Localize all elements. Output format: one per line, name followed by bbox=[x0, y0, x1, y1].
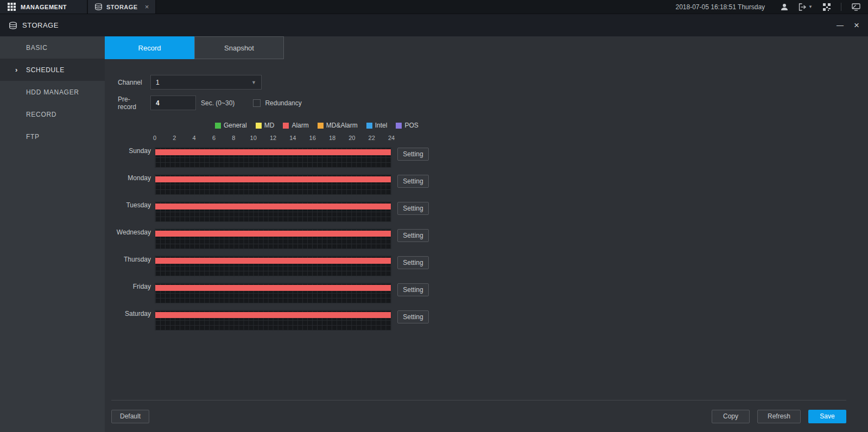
channel-select[interactable]: 1 ▼ bbox=[150, 75, 262, 90]
schedule-bar-alarm[interactable] bbox=[155, 176, 391, 182]
schedule-bar-alarm[interactable] bbox=[155, 312, 391, 318]
sidebar-item-label: HDD MANAGER bbox=[26, 88, 79, 96]
schedule-grid[interactable] bbox=[155, 201, 391, 222]
page-title: STORAGE bbox=[22, 21, 59, 29]
day-label: Saturday bbox=[105, 310, 151, 317]
setting-button[interactable]: Setting bbox=[397, 148, 429, 161]
prerecord-input[interactable] bbox=[150, 96, 196, 110]
refresh-button[interactable]: Refresh bbox=[757, 410, 801, 423]
setting-button[interactable]: Setting bbox=[397, 202, 429, 215]
schedule-bar-alarm[interactable] bbox=[155, 204, 391, 209]
logout-icon[interactable]: ▼ bbox=[799, 3, 813, 11]
alarm-swatch bbox=[283, 123, 289, 129]
schedule-row-friday: Friday Setting bbox=[105, 283, 868, 303]
general-swatch bbox=[215, 123, 221, 129]
close-icon[interactable]: × bbox=[854, 21, 859, 30]
day-label: Thursday bbox=[105, 256, 151, 263]
sidebar-item-basic[interactable]: BASIC bbox=[0, 36, 105, 59]
window-titlebar: STORAGE — × bbox=[0, 14, 868, 36]
sidebar-item-label: BASIC bbox=[26, 44, 48, 52]
setting-button[interactable]: Setting bbox=[397, 283, 429, 296]
legend-item-intel: Intel bbox=[366, 122, 388, 129]
tab-close-icon[interactable]: × bbox=[145, 3, 149, 10]
prerecord-row: Pre-record Sec. (0~30) Redundancy bbox=[118, 96, 868, 110]
topbar-left: MANAGEMENT STORAGE × bbox=[0, 0, 156, 14]
user-icon[interactable] bbox=[781, 3, 788, 11]
footer-bar: Default Copy Refresh Save bbox=[111, 400, 846, 432]
sidebar-item-label: FTP bbox=[26, 133, 40, 141]
apps-grid-icon bbox=[8, 3, 16, 11]
sidebar-item-label: RECORD bbox=[26, 111, 56, 118]
qr-code-icon[interactable] bbox=[823, 3, 831, 11]
main-content: Record Snapshot Channel 1 ▼ Pre-record S… bbox=[105, 36, 868, 432]
topbar-right: 2018-07-05 16:18:51 Thursday ▼ bbox=[676, 0, 868, 14]
tab-bar: Record Snapshot bbox=[105, 36, 868, 59]
setting-button[interactable]: Setting bbox=[397, 256, 429, 269]
pos-swatch bbox=[396, 123, 402, 129]
redundancy-label: Redundancy bbox=[265, 99, 301, 107]
setting-button[interactable]: Setting bbox=[397, 175, 429, 188]
intel-swatch bbox=[366, 123, 372, 129]
schedule-row-sunday: Sunday Setting bbox=[105, 147, 868, 168]
setting-button[interactable]: Setting bbox=[397, 310, 429, 323]
seconds-range-label: Sec. (0~30) bbox=[201, 99, 235, 107]
copy-button[interactable]: Copy bbox=[712, 410, 750, 423]
schedule-row-monday: Monday Setting bbox=[105, 174, 868, 195]
sidebar-item-record[interactable]: RECORD bbox=[0, 103, 105, 125]
chevron-down-icon: ▼ bbox=[251, 80, 256, 85]
sidebar-item-schedule[interactable]: › SCHEDULE bbox=[0, 59, 105, 81]
app-body: BASIC › SCHEDULE HDD MANAGER RECORD FTP … bbox=[0, 36, 868, 432]
channel-row: Channel 1 ▼ bbox=[118, 75, 868, 90]
management-menu-button[interactable]: MANAGEMENT bbox=[0, 0, 87, 14]
schedule-grid[interactable] bbox=[155, 256, 391, 276]
md-swatch bbox=[256, 123, 262, 129]
save-button[interactable]: Save bbox=[808, 410, 846, 423]
schedule-bar-alarm[interactable] bbox=[155, 149, 391, 155]
redundancy-checkbox[interactable] bbox=[253, 99, 261, 107]
schedule-row-thursday: Thursday Setting bbox=[105, 256, 868, 276]
schedule-grid[interactable] bbox=[155, 228, 391, 249]
record-type-legend: General MD Alarm MD&Alarm Intel bbox=[215, 122, 868, 129]
storage-tab-label: STORAGE bbox=[106, 4, 138, 10]
schedule-grid[interactable] bbox=[155, 174, 391, 195]
day-label: Monday bbox=[105, 174, 151, 182]
schedule-grid[interactable] bbox=[155, 310, 391, 331]
chevron-right-icon: › bbox=[15, 66, 18, 74]
storage-disk-icon bbox=[94, 3, 103, 10]
schedule-bar-alarm[interactable] bbox=[155, 285, 391, 291]
screen: MANAGEMENT STORAGE × 2018-07-05 16:18:51… bbox=[0, 0, 868, 432]
sidebar: BASIC › SCHEDULE HDD MANAGER RECORD FTP bbox=[0, 36, 105, 432]
schedule-grid[interactable] bbox=[155, 147, 391, 168]
schedule-bar-alarm[interactable] bbox=[155, 258, 391, 264]
minimize-icon[interactable]: — bbox=[837, 22, 844, 29]
schedule-grid[interactable] bbox=[155, 283, 391, 303]
prerecord-label: Pre-record bbox=[118, 96, 148, 111]
schedule-bar-alarm[interactable] bbox=[155, 231, 391, 237]
tab-record[interactable]: Record bbox=[105, 36, 194, 59]
sidebar-item-label: SCHEDULE bbox=[26, 66, 65, 74]
day-label: Tuesday bbox=[105, 201, 151, 209]
legend-item-general: General bbox=[215, 122, 247, 129]
monitor-icon[interactable] bbox=[852, 3, 860, 11]
sidebar-item-ftp[interactable]: FTP bbox=[0, 125, 105, 148]
tab-snapshot[interactable]: Snapshot bbox=[194, 36, 284, 59]
setting-button[interactable]: Setting bbox=[397, 229, 429, 242]
schedule-row-tuesday: Tuesday Setting bbox=[105, 201, 868, 222]
day-label: Wednesday bbox=[105, 228, 151, 236]
legend-item-alarm: Alarm bbox=[283, 122, 308, 129]
channel-select-value: 1 bbox=[156, 79, 160, 86]
schedule-row-wednesday: Wednesday Setting bbox=[105, 228, 868, 249]
day-label: Sunday bbox=[105, 147, 151, 155]
channel-label: Channel bbox=[118, 79, 148, 86]
day-label: Friday bbox=[105, 283, 151, 290]
schedule-rows: Sunday Setting Monday Setting Tuesday bbox=[105, 147, 868, 331]
storage-module-tab[interactable]: STORAGE × bbox=[87, 0, 156, 14]
sidebar-item-hdd-manager[interactable]: HDD MANAGER bbox=[0, 81, 105, 103]
management-label: MANAGEMENT bbox=[21, 4, 67, 10]
schedule-form: Channel 1 ▼ Pre-record Sec. (0~30) Redun… bbox=[105, 59, 868, 110]
chevron-down-icon: ▼ bbox=[808, 4, 813, 9]
legend-item-md-alarm: MD&Alarm bbox=[318, 122, 358, 129]
default-button[interactable]: Default bbox=[111, 410, 149, 423]
legend-item-pos: POS bbox=[396, 122, 418, 129]
md-alarm-swatch bbox=[318, 123, 324, 129]
